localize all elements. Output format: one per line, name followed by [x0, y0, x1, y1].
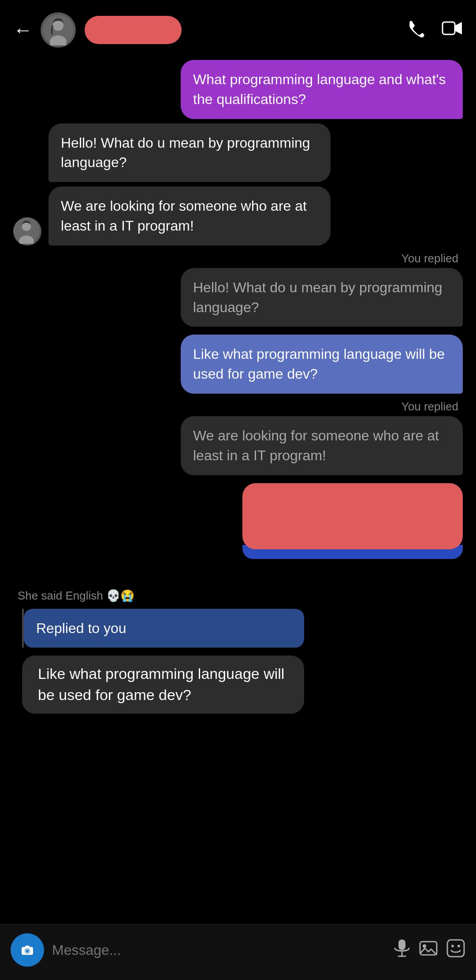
received-english-bubble: Like what programming language will be u… [22, 656, 304, 713]
message-input[interactable] [52, 935, 385, 965]
camera-icon [18, 941, 37, 959]
contact-avatar-container[interactable] [41, 12, 76, 48]
message-row: What programming language and what's the… [13, 60, 463, 119]
svg-point-10 [26, 949, 29, 953]
received-bubble: We are looking for someone who are at le… [48, 186, 331, 246]
reply-bubble: Replied to you [24, 609, 304, 648]
video-call-icon[interactable] [442, 19, 463, 42]
svg-rect-3 [443, 22, 455, 34]
header: ← [0, 0, 476, 56]
svg-point-18 [451, 945, 454, 947]
redacted-sent-bubble [242, 483, 463, 559]
svg-rect-17 [447, 940, 464, 957]
svg-point-19 [457, 945, 460, 947]
sticker-icon[interactable] [446, 939, 465, 962]
chat-area: What programming language and what's the… [0, 56, 476, 789]
svg-rect-12 [398, 939, 405, 950]
svg-point-16 [423, 944, 426, 948]
svg-rect-11 [25, 946, 30, 948]
bottom-spacer [13, 718, 463, 789]
quoted-message-row: Hello! What do u mean by programming lan… [13, 268, 463, 327]
call-icon[interactable] [406, 19, 426, 42]
reply-bubble-row: Replied to you [13, 609, 463, 648]
header-actions [406, 19, 463, 42]
you-replied-label: You replied [13, 252, 463, 265]
message-row-english: Like what programming language will be u… [13, 656, 463, 713]
replied-to-you-label: She said English 💀😭 [13, 589, 463, 603]
back-button[interactable]: ← [13, 20, 33, 40]
input-bar [0, 924, 476, 980]
quoted-message-row-2: We are looking for someone who are at le… [13, 416, 463, 475]
contact-avatar [41, 12, 76, 48]
sent-bubble: What programming language and what's the… [181, 60, 463, 119]
image-icon[interactable] [419, 939, 438, 962]
mic-icon[interactable] [393, 939, 411, 962]
camera-button[interactable] [11, 933, 44, 967]
contact-name-redacted [85, 16, 182, 44]
quoted-bubble: Hello! What do u mean by programming lan… [181, 268, 463, 327]
message-row: Like what programming language will be u… [13, 335, 463, 394]
sent-bubble: Like what programming language will be u… [181, 335, 463, 394]
system-message [13, 563, 463, 581]
you-replied-label-2: You replied [13, 400, 463, 414]
quoted-bubble-2: We are looking for someone who are at le… [181, 416, 463, 475]
message-row: We are looking for someone who are at le… [13, 186, 463, 246]
message-row: Hello! What do u mean by programming lan… [13, 123, 463, 183]
redacted-message-row [13, 483, 463, 559]
avatar-image [43, 15, 74, 45]
received-bubble: Hello! What do u mean by programming lan… [48, 123, 331, 183]
sender-avatar [13, 217, 41, 246]
